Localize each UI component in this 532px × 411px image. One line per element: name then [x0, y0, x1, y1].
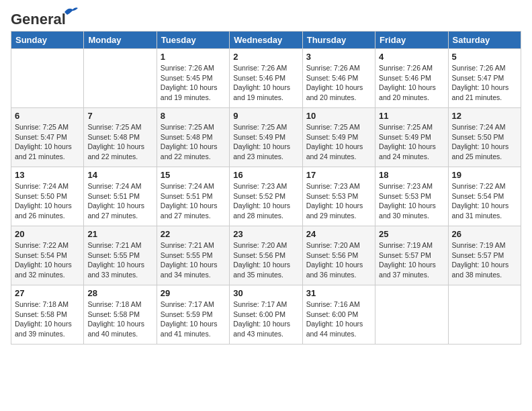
day-number: 5: [452, 52, 517, 62]
day-number: 29: [161, 288, 226, 298]
day-number: 11: [379, 111, 444, 121]
day-info: Sunrise: 7:23 AM Sunset: 5:52 PM Dayligh…: [233, 181, 298, 221]
day-number: 14: [87, 170, 152, 180]
weekday-header-saturday: Saturday: [448, 32, 521, 49]
calendar-cell: 20Sunrise: 7:22 AM Sunset: 5:54 PM Dayli…: [11, 226, 84, 285]
calendar-header-row: SundayMondayTuesdayWednesdayThursdayFrid…: [11, 32, 521, 49]
day-number: 4: [379, 52, 444, 62]
day-info: Sunrise: 7:18 AM Sunset: 5:58 PM Dayligh…: [87, 300, 152, 339]
calendar-cell: 26Sunrise: 7:19 AM Sunset: 5:57 PM Dayli…: [448, 226, 521, 285]
day-info: Sunrise: 7:21 AM Sunset: 5:55 PM Dayligh…: [161, 240, 226, 280]
day-info: Sunrise: 7:26 AM Sunset: 5:45 PM Dayligh…: [161, 63, 226, 103]
day-number: 23: [233, 229, 298, 239]
calendar-cell: 24Sunrise: 7:20 AM Sunset: 5:56 PM Dayli…: [302, 226, 375, 285]
day-info: Sunrise: 7:25 AM Sunset: 5:48 PM Dayligh…: [87, 122, 152, 162]
weekday-header-monday: Monday: [84, 32, 157, 49]
day-number: 3: [306, 52, 371, 62]
weekday-header-wednesday: Wednesday: [230, 32, 302, 49]
logo-bird-icon: [63, 5, 78, 17]
day-info: Sunrise: 7:26 AM Sunset: 5:47 PM Dayligh…: [452, 63, 517, 103]
calendar-week-2: 6Sunrise: 7:25 AM Sunset: 5:47 PM Daylig…: [11, 108, 521, 167]
day-info: Sunrise: 7:19 AM Sunset: 5:57 PM Dayligh…: [379, 240, 444, 280]
day-number: 7: [87, 111, 152, 121]
calendar-cell: [84, 49, 157, 108]
calendar-cell: 14Sunrise: 7:24 AM Sunset: 5:51 PM Dayli…: [84, 167, 157, 226]
day-info: Sunrise: 7:17 AM Sunset: 5:59 PM Dayligh…: [161, 300, 226, 339]
day-number: 22: [161, 229, 226, 239]
day-info: Sunrise: 7:22 AM Sunset: 5:54 PM Dayligh…: [15, 240, 80, 280]
calendar-cell: 30Sunrise: 7:17 AM Sunset: 6:00 PM Dayli…: [230, 285, 302, 345]
day-info: Sunrise: 7:24 AM Sunset: 5:50 PM Dayligh…: [452, 122, 517, 162]
weekday-header-thursday: Thursday: [302, 32, 375, 49]
weekday-header-tuesday: Tuesday: [157, 32, 229, 49]
day-number: 26: [452, 229, 517, 239]
day-number: 17: [306, 170, 371, 180]
day-info: Sunrise: 7:24 AM Sunset: 5:51 PM Dayligh…: [87, 181, 152, 221]
day-number: 25: [379, 229, 444, 239]
calendar-cell: 15Sunrise: 7:24 AM Sunset: 5:51 PM Dayli…: [157, 167, 229, 226]
day-info: Sunrise: 7:20 AM Sunset: 5:56 PM Dayligh…: [233, 240, 298, 280]
day-number: 31: [306, 288, 371, 298]
calendar-cell: 19Sunrise: 7:22 AM Sunset: 5:54 PM Dayli…: [448, 167, 521, 226]
day-number: 2: [233, 52, 298, 62]
day-number: 13: [15, 170, 80, 180]
calendar-week-3: 13Sunrise: 7:24 AM Sunset: 5:50 PM Dayli…: [11, 167, 521, 226]
day-info: Sunrise: 7:25 AM Sunset: 5:49 PM Dayligh…: [306, 122, 371, 162]
calendar-cell: 17Sunrise: 7:23 AM Sunset: 5:53 PM Dayli…: [302, 167, 375, 226]
calendar-cell: [11, 49, 84, 108]
day-number: 21: [87, 229, 152, 239]
day-number: 9: [233, 111, 298, 121]
day-number: 16: [233, 170, 298, 180]
calendar-cell: 27Sunrise: 7:18 AM Sunset: 5:58 PM Dayli…: [11, 285, 84, 345]
calendar-cell: 16Sunrise: 7:23 AM Sunset: 5:52 PM Dayli…: [230, 167, 302, 226]
logo-general: General: [11, 11, 66, 28]
calendar-cell: [448, 285, 521, 345]
calendar-cell: 22Sunrise: 7:21 AM Sunset: 5:55 PM Dayli…: [157, 226, 229, 285]
day-number: 28: [87, 288, 152, 298]
day-number: 19: [452, 170, 517, 180]
day-info: Sunrise: 7:23 AM Sunset: 5:53 PM Dayligh…: [379, 181, 444, 221]
calendar-cell: 1Sunrise: 7:26 AM Sunset: 5:45 PM Daylig…: [157, 49, 229, 108]
day-number: 20: [15, 229, 80, 239]
day-info: Sunrise: 7:17 AM Sunset: 6:00 PM Dayligh…: [233, 300, 298, 339]
day-info: Sunrise: 7:25 AM Sunset: 5:48 PM Dayligh…: [161, 122, 226, 162]
day-number: 30: [233, 288, 298, 298]
calendar-cell: 9Sunrise: 7:25 AM Sunset: 5:49 PM Daylig…: [230, 108, 302, 167]
day-number: 15: [161, 170, 226, 180]
calendar-cell: 21Sunrise: 7:21 AM Sunset: 5:55 PM Dayli…: [84, 226, 157, 285]
calendar-cell: 12Sunrise: 7:24 AM Sunset: 5:50 PM Dayli…: [448, 108, 521, 167]
day-info: Sunrise: 7:18 AM Sunset: 5:58 PM Dayligh…: [15, 300, 80, 339]
calendar-week-5: 27Sunrise: 7:18 AM Sunset: 5:58 PM Dayli…: [11, 285, 521, 345]
day-info: Sunrise: 7:22 AM Sunset: 5:54 PM Dayligh…: [452, 181, 517, 221]
calendar-cell: [375, 285, 448, 345]
calendar-cell: 7Sunrise: 7:25 AM Sunset: 5:48 PM Daylig…: [84, 108, 157, 167]
calendar-cell: 28Sunrise: 7:18 AM Sunset: 5:58 PM Dayli…: [84, 285, 157, 345]
day-number: 6: [15, 111, 80, 121]
day-info: Sunrise: 7:16 AM Sunset: 6:00 PM Dayligh…: [306, 300, 371, 339]
calendar-cell: 18Sunrise: 7:23 AM Sunset: 5:53 PM Dayli…: [375, 167, 448, 226]
day-number: 12: [452, 111, 517, 121]
day-info: Sunrise: 7:26 AM Sunset: 5:46 PM Dayligh…: [233, 63, 298, 103]
weekday-header-friday: Friday: [375, 32, 448, 49]
logo: General: [11, 11, 66, 26]
weekday-header-sunday: Sunday: [11, 32, 84, 49]
page-header: General: [11, 11, 521, 26]
calendar-week-4: 20Sunrise: 7:22 AM Sunset: 5:54 PM Dayli…: [11, 226, 521, 285]
day-info: Sunrise: 7:25 AM Sunset: 5:49 PM Dayligh…: [233, 122, 298, 162]
calendar-week-1: 1Sunrise: 7:26 AM Sunset: 5:45 PM Daylig…: [11, 49, 521, 108]
calendar-cell: 2Sunrise: 7:26 AM Sunset: 5:46 PM Daylig…: [230, 49, 302, 108]
day-info: Sunrise: 7:19 AM Sunset: 5:57 PM Dayligh…: [452, 240, 517, 280]
day-info: Sunrise: 7:25 AM Sunset: 5:47 PM Dayligh…: [15, 122, 80, 162]
calendar-cell: 31Sunrise: 7:16 AM Sunset: 6:00 PM Dayli…: [302, 285, 375, 345]
day-number: 8: [161, 111, 226, 121]
day-info: Sunrise: 7:20 AM Sunset: 5:56 PM Dayligh…: [306, 240, 371, 280]
calendar-cell: 23Sunrise: 7:20 AM Sunset: 5:56 PM Dayli…: [230, 226, 302, 285]
day-info: Sunrise: 7:21 AM Sunset: 5:55 PM Dayligh…: [87, 240, 152, 280]
calendar-cell: 6Sunrise: 7:25 AM Sunset: 5:47 PM Daylig…: [11, 108, 84, 167]
day-number: 10: [306, 111, 371, 121]
calendar-cell: 5Sunrise: 7:26 AM Sunset: 5:47 PM Daylig…: [448, 49, 521, 108]
calendar-cell: 11Sunrise: 7:25 AM Sunset: 5:49 PM Dayli…: [375, 108, 448, 167]
day-number: 24: [306, 229, 371, 239]
day-number: 18: [379, 170, 444, 180]
calendar-cell: 29Sunrise: 7:17 AM Sunset: 5:59 PM Dayli…: [157, 285, 229, 345]
